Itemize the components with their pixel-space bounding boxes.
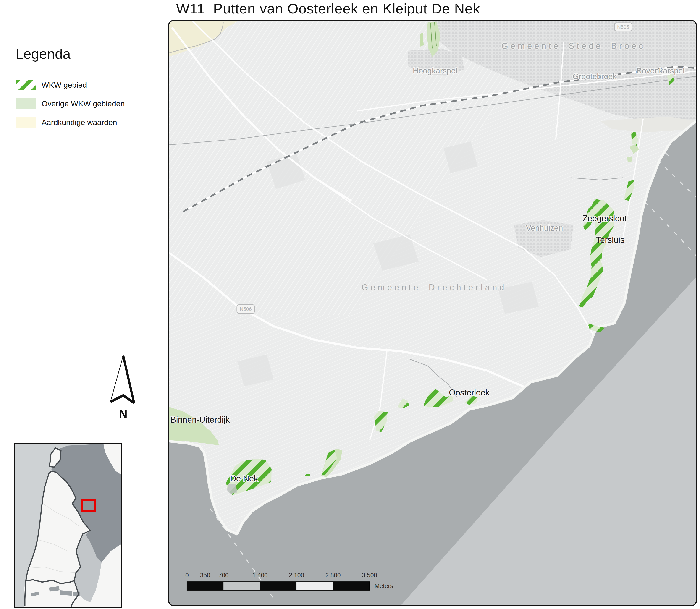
legend-label-aardkundig: Aardkundige waarden [41,118,117,127]
scale-tick-700: 700 [218,572,229,579]
label-hoogkarspel: Hoogkarspel [413,66,457,75]
label-zeegersloot: Zeegersloot [582,214,627,223]
wkw-hatch-swatch [16,80,36,90]
legend: Legenda WKW gebied Overige WKW gebieden … [16,46,125,136]
legend-label-overige: Overige WKW gebieden [41,99,125,108]
label-de-nek: De Nek [230,474,258,483]
scale-tick-350: 350 [200,572,210,579]
scale-tick-2800: 2.800 [325,572,341,579]
map-canvas: N505 N506 Gemeente Stede Broec Gemeente … [169,21,696,605]
label-gemeente-drechterland: Gemeente Drechterland [361,283,507,292]
label-bovenkarspel: Bovenkarspel [636,66,685,75]
scale-tick-3500: 3.500 [362,572,377,579]
aardkundige-swatch [16,117,36,127]
legend-item-overige: Overige WKW gebieden [16,98,125,109]
legend-item-wkw: WKW gebied [16,80,125,90]
n505-shield: N505 [617,24,629,30]
n506-shield: N506 [240,306,252,312]
page-title: W11 Putten van Oosterleek en Kleiput De … [176,0,480,17]
scale-tick-2100: 2.100 [289,572,304,579]
label-venhuizen: Venhuizen [526,224,563,232]
scale-unit: Meters [375,582,393,589]
scale-tick-0: 0 [185,572,189,579]
label-tersluis: Tersluis [596,235,625,245]
page: { "title": "W11 Putten van Oosterleek en… [0,0,700,609]
inset-map [14,443,122,608]
legend-item-aardkundig: Aardkundige waarden [16,117,125,127]
scale-tick-1400: 1.400 [253,572,268,579]
north-arrow: N [108,354,140,420]
label-binnen-uiterdijk: Binnen-Uiterdijk [170,415,230,424]
legend-label-wkw: WKW gebied [41,81,87,89]
north-letter: N [119,407,127,420]
north-arrow-icon: N [108,354,140,425]
legend-heading: Legenda [16,46,125,62]
label-oosterleek: Oosterleek [449,388,490,397]
label-grootebroek: Grootebroek [573,72,617,81]
main-map: N505 N506 Gemeente Stede Broec Gemeente … [168,20,697,606]
overige-wkw-swatch [16,98,36,109]
label-gemeente-stede-broec: Gemeente Stede Broec [502,41,646,51]
